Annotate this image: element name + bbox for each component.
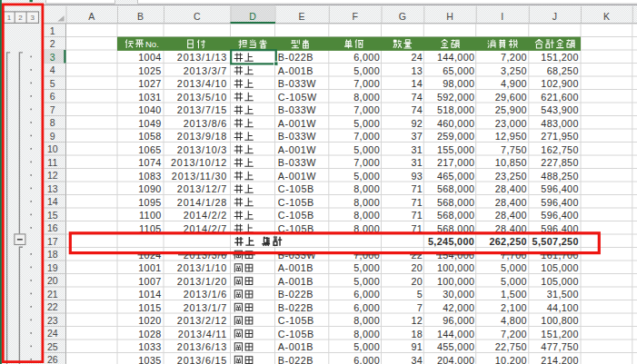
svg-text:17: 17 — [47, 236, 58, 247]
svg-text:D: D — [249, 11, 256, 22]
svg-text:5: 5 — [417, 289, 423, 300]
svg-text:F: F — [352, 11, 357, 22]
svg-text:B-033W: B-033W — [278, 157, 317, 168]
svg-text:74: 74 — [411, 92, 423, 103]
svg-text:91: 91 — [411, 341, 423, 352]
svg-text:217,000: 217,000 — [437, 157, 474, 168]
svg-text:2: 2 — [18, 14, 23, 22]
svg-text:A-001W: A-001W — [278, 144, 317, 155]
svg-text:2013/10/12: 2013/10/12 — [171, 157, 227, 168]
svg-text:5,000: 5,000 — [353, 171, 380, 182]
svg-text:2013/6/15: 2013/6/15 — [177, 355, 227, 364]
svg-text:14: 14 — [411, 78, 423, 89]
svg-text:1040: 1040 — [138, 104, 161, 115]
svg-text:28,400: 28,400 — [495, 197, 527, 208]
svg-text:5,000: 5,000 — [353, 262, 380, 273]
svg-text:I: I — [501, 11, 503, 22]
svg-text:37: 37 — [411, 131, 423, 142]
svg-text:105,000: 105,000 — [541, 262, 578, 273]
svg-text:1033: 1033 — [138, 341, 161, 352]
svg-text:8,000: 8,000 — [353, 197, 380, 208]
svg-text:5,000: 5,000 — [501, 262, 527, 273]
svg-text:20: 20 — [411, 262, 423, 273]
svg-text:98,000: 98,000 — [443, 78, 474, 89]
svg-text:No.: No. — [145, 39, 159, 49]
svg-text:8,000: 8,000 — [353, 92, 380, 103]
svg-text:5,000: 5,000 — [353, 276, 380, 287]
svg-text:18: 18 — [47, 249, 58, 260]
svg-text:1031: 1031 — [138, 92, 161, 103]
svg-text:H: H — [446, 11, 453, 22]
svg-text:A-001B: A-001B — [278, 341, 314, 352]
svg-text:2013/1/7: 2013/1/7 — [184, 302, 227, 313]
svg-text:12: 12 — [47, 170, 58, 181]
svg-text:4: 4 — [50, 64, 55, 75]
svg-text:1025: 1025 — [138, 65, 161, 76]
svg-text:20: 20 — [47, 275, 58, 286]
svg-text:227,850: 227,850 — [541, 157, 578, 168]
svg-text:7,000: 7,000 — [353, 157, 380, 168]
svg-text:214,200: 214,200 — [541, 355, 578, 364]
svg-text:13: 13 — [411, 65, 423, 76]
svg-text:C-105B: C-105B — [278, 315, 314, 326]
svg-text:100,800: 100,800 — [541, 315, 578, 326]
svg-text:2013/1/10: 2013/1/10 — [177, 262, 227, 273]
svg-text:A-001W: A-001W — [278, 118, 317, 129]
svg-text:4,900: 4,900 — [501, 78, 527, 89]
svg-text:2013/8/6: 2013/8/6 — [184, 118, 227, 129]
svg-text:144,000: 144,000 — [437, 52, 474, 63]
svg-text:2013/3/7: 2013/3/7 — [184, 65, 227, 76]
svg-text:71: 71 — [411, 210, 423, 221]
svg-text:3: 3 — [50, 52, 55, 63]
svg-text:A: A — [88, 11, 95, 22]
svg-text:100,000: 100,000 — [437, 262, 474, 273]
svg-text:151,200: 151,200 — [541, 329, 578, 339]
svg-text:1035: 1035 — [138, 355, 161, 364]
svg-text:1020: 1020 — [138, 315, 161, 326]
svg-text:2013/1/6: 2013/1/6 — [184, 289, 227, 300]
svg-text:42,000: 42,000 — [443, 302, 474, 313]
svg-text:B-022B: B-022B — [278, 289, 314, 300]
svg-text:68,250: 68,250 — [547, 65, 579, 76]
svg-text:31: 31 — [411, 144, 423, 155]
svg-text:488,250: 488,250 — [541, 171, 578, 182]
svg-text:596,400: 596,400 — [541, 197, 578, 208]
svg-text:1014: 1014 — [138, 289, 161, 300]
svg-text:74: 74 — [411, 104, 423, 115]
svg-text:11: 11 — [47, 157, 57, 168]
svg-text:A-001B: A-001B — [278, 276, 314, 287]
svg-text:93: 93 — [411, 171, 423, 182]
svg-text:71: 71 — [411, 197, 423, 208]
svg-text:12,950: 12,950 — [495, 131, 527, 142]
svg-text:B: B — [137, 11, 144, 22]
svg-text:8: 8 — [50, 117, 55, 128]
svg-text:31,500: 31,500 — [547, 289, 579, 300]
svg-text:5,000: 5,000 — [353, 144, 380, 155]
svg-text:1074: 1074 — [138, 157, 161, 168]
svg-text:4,800: 4,800 — [501, 315, 527, 326]
svg-text:596,400: 596,400 — [541, 183, 578, 194]
svg-text:2: 2 — [50, 38, 55, 49]
svg-text:2013/2/12: 2013/2/12 — [177, 315, 227, 326]
svg-text:7,200: 7,200 — [501, 329, 527, 339]
svg-text:2013/10/3: 2013/10/3 — [177, 144, 227, 155]
svg-text:2013/11/30: 2013/11/30 — [172, 171, 227, 182]
svg-text:14: 14 — [47, 196, 58, 207]
svg-text:18: 18 — [411, 329, 423, 339]
svg-text:23,000: 23,000 — [495, 118, 527, 129]
svg-text:1015: 1015 — [138, 302, 161, 313]
svg-text:3: 3 — [31, 14, 35, 22]
svg-text:28,400: 28,400 — [495, 183, 527, 194]
svg-text:B-033W: B-033W — [278, 78, 317, 89]
svg-text:5,000: 5,000 — [353, 341, 380, 352]
svg-text:A-001W: A-001W — [278, 171, 317, 182]
svg-text:B-022B: B-022B — [278, 355, 314, 364]
svg-text:6,000: 6,000 — [353, 52, 380, 63]
svg-text:C-105B: C-105B — [278, 183, 314, 194]
svg-text:6,000: 6,000 — [353, 302, 380, 313]
svg-text:1058: 1058 — [138, 131, 161, 142]
svg-text:44,100: 44,100 — [547, 302, 579, 313]
svg-text:23: 23 — [47, 315, 58, 326]
svg-text:10,200: 10,200 — [495, 355, 527, 364]
svg-text:1: 1 — [7, 14, 12, 22]
